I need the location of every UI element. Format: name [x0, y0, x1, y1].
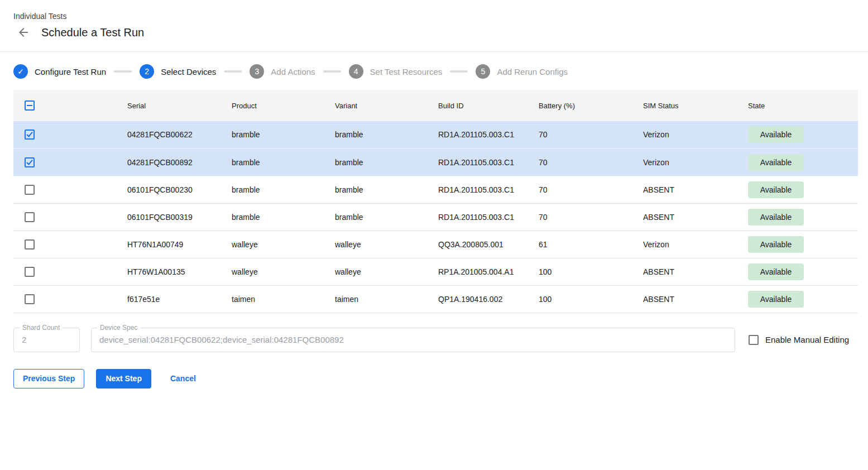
build-id-cell: QQ3A.200805.001 [429, 231, 530, 258]
device-spec-value: device_serial:04281FQCB00622;device_seri… [92, 335, 352, 344]
table-row[interactable]: 06101FQCB00319 bramble bramble RD1A.2011… [13, 203, 858, 231]
select-all-checkbox[interactable] [25, 100, 35, 111]
column-header-build-id: Build ID [429, 90, 530, 121]
table-row[interactable]: HT76W1A00135 walleye walleye RP1A.201005… [13, 258, 858, 285]
stepper: ✓ Configure Test Run 2 Select Devices 3 … [0, 52, 868, 89]
device-spec-field[interactable]: Device Spec device_serial:04281FQCB00622… [91, 328, 735, 352]
serial-cell: 04281FQCB00892 [118, 148, 223, 176]
title-row: Schedule a Test Run [13, 26, 855, 39]
battery-cell: 100 [530, 258, 634, 285]
step-label: Add Rerun Configs [497, 67, 568, 76]
state-badge: Available [748, 263, 804, 280]
shard-count-value: 2 [14, 335, 34, 344]
state-cell: Available [739, 231, 858, 258]
sim-status-cell: ABSENT [634, 285, 739, 313]
battery-cell: 70 [530, 176, 634, 203]
column-header-state: State [739, 90, 858, 121]
product-cell: walleye [223, 231, 326, 258]
serial-cell: HT76W1A00135 [118, 258, 223, 285]
serial-cell: 06101FQCB00230 [118, 176, 223, 203]
variant-cell: bramble [326, 148, 429, 176]
sim-status-cell: ABSENT [634, 176, 739, 203]
row-checkbox[interactable] [25, 212, 35, 222]
row-checkbox[interactable] [25, 185, 35, 195]
step-label: Select Devices [161, 67, 216, 76]
page-title: Schedule a Test Run [41, 26, 144, 39]
state-badge: Available [748, 154, 804, 171]
table-row[interactable]: 04281FQCB00622 bramble bramble RD1A.2011… [13, 121, 858, 148]
serial-cell: 04281FQCB00622 [118, 121, 223, 148]
stepper-step-1[interactable]: ✓ Configure Test Run [13, 64, 106, 79]
table-row[interactable]: f617e51e taimen taimen QP1A.190416.002 1… [13, 285, 858, 313]
column-header-product: Product [223, 90, 326, 121]
battery-cell: 100 [530, 285, 634, 313]
enable-manual-editing-checkbox[interactable] [749, 335, 759, 345]
shard-count-field[interactable]: Shard Count 2 [13, 328, 80, 352]
stepper-step-5[interactable]: 5 Add Rerun Configs [476, 64, 568, 79]
step-circle-icon: 4 [349, 64, 363, 79]
variant-cell: walleye [326, 258, 429, 285]
table-row[interactable]: HT76N1A00749 walleye walleye QQ3A.200805… [13, 231, 858, 258]
build-id-cell: QP1A.190416.002 [429, 285, 530, 313]
state-cell: Available [739, 148, 858, 176]
state-cell: Available [739, 258, 858, 285]
back-arrow-icon[interactable] [17, 26, 30, 39]
row-checkbox[interactable] [25, 294, 35, 304]
build-id-cell: RD1A.201105.003.C1 [429, 203, 530, 231]
table-row[interactable]: 04281FQCB00892 bramble bramble RD1A.2011… [13, 148, 858, 176]
device-table: Serial Product Variant Build ID Battery … [13, 90, 858, 313]
product-cell: bramble [223, 121, 326, 148]
row-checkbox[interactable] [25, 267, 35, 277]
product-cell: bramble [223, 203, 326, 231]
battery-cell: 61 [530, 231, 634, 258]
row-checkbox[interactable] [25, 157, 35, 167]
action-buttons: Previous Step Next Step Cancel [13, 369, 855, 389]
column-header-battery: Battery (%) [530, 90, 634, 121]
state-cell: Available [739, 285, 858, 313]
product-cell: walleye [223, 258, 326, 285]
cancel-button[interactable]: Cancel [162, 369, 204, 389]
state-badge: Available [748, 126, 804, 143]
page-header: Individual Tests Schedule a Test Run [0, 0, 868, 39]
column-header-variant: Variant [326, 90, 429, 121]
stepper-connector [323, 70, 341, 73]
column-header-sim-status: SIM Status [634, 90, 739, 121]
serial-cell: f617e51e [118, 285, 223, 313]
table-row[interactable]: 06101FQCB00230 bramble bramble RD1A.2011… [13, 176, 858, 203]
stepper-step-4[interactable]: 4 Set Test Resources [349, 64, 443, 79]
previous-step-button[interactable]: Previous Step [13, 369, 84, 389]
enable-manual-editing-label: Enable Manual Editing [765, 335, 849, 344]
state-badge: Available [748, 181, 804, 198]
stepper-connector [224, 70, 242, 73]
product-cell: bramble [223, 148, 326, 176]
stepper-connector [450, 70, 468, 73]
breadcrumb[interactable]: Individual Tests [13, 11, 855, 21]
step-circle-icon: 3 [250, 64, 264, 79]
build-id-cell: RP1A.201005.004.A1 [429, 258, 530, 285]
step-label: Set Test Resources [370, 67, 443, 76]
build-id-cell: RD1A.201105.003.C1 [429, 121, 530, 148]
stepper-step-3[interactable]: 3 Add Actions [250, 64, 315, 79]
sim-status-cell: ABSENT [634, 258, 739, 285]
state-cell: Available [739, 121, 858, 148]
row-checkbox[interactable] [25, 239, 35, 250]
step-circle-icon: 2 [140, 64, 154, 79]
variant-cell: bramble [326, 176, 429, 203]
sim-status-cell: Verizon [634, 231, 739, 258]
variant-cell: walleye [326, 231, 429, 258]
stepper-step-2[interactable]: 2 Select Devices [140, 64, 216, 79]
build-id-cell: RD1A.201105.003.C1 [429, 176, 530, 203]
next-step-button[interactable]: Next Step [96, 369, 151, 389]
stepper-connector [114, 70, 132, 73]
state-badge: Available [748, 291, 804, 308]
row-checkbox[interactable] [25, 130, 35, 140]
enable-manual-editing[interactable]: Enable Manual Editing [749, 335, 849, 345]
device-spec-label: Device Spec [97, 324, 140, 332]
product-cell: taimen [223, 285, 326, 313]
battery-cell: 70 [530, 121, 634, 148]
sim-status-cell: Verizon [634, 148, 739, 176]
battery-cell: 70 [530, 203, 634, 231]
build-id-cell: RD1A.201105.003.C1 [429, 148, 530, 176]
state-cell: Available [739, 176, 858, 203]
step-label: Configure Test Run [35, 67, 106, 76]
